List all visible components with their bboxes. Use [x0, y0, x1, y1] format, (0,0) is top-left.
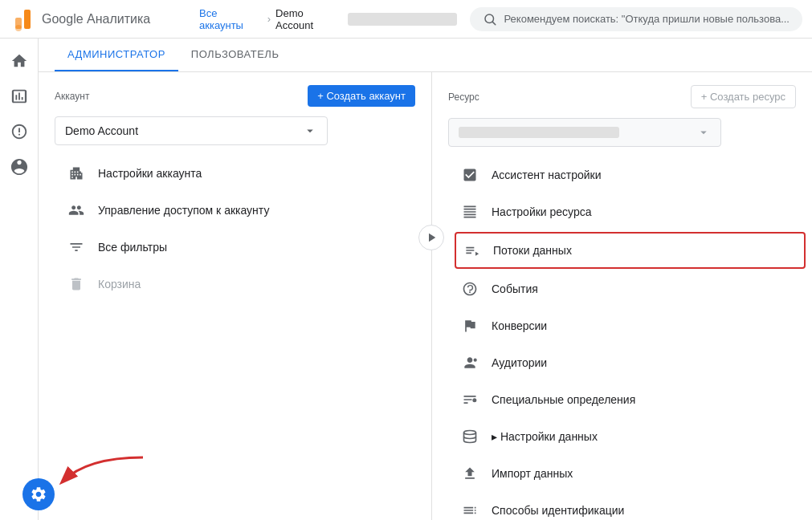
checklist-icon	[461, 166, 479, 184]
menu-item-setup-assistant-label: Ассистент настройки	[492, 169, 602, 181]
account-menu: Настройки аккаунта Управление доступом к…	[39, 155, 431, 303]
sidebar-icons	[0, 39, 39, 520]
explore-icon	[10, 123, 28, 140]
breadcrumb: Все аккаунты › Demo Account	[186, 7, 470, 31]
flag-icon	[461, 317, 479, 335]
menu-item-data-import[interactable]: Импорт данных	[432, 455, 812, 492]
people-icon	[67, 201, 85, 219]
menu-item-trash: Корзина	[39, 266, 431, 303]
reports-icon	[10, 87, 28, 105]
menu-item-data-import-label: Импорт данных	[492, 467, 573, 480]
filter-icon	[67, 238, 85, 256]
data-import-icon	[461, 465, 479, 482]
account-dropdown-value: Demo Account	[65, 124, 138, 137]
resource-col-header: Ресурс + Создать ресурс	[432, 72, 812, 115]
menu-item-all-filters[interactable]: Все фильтры	[39, 229, 431, 266]
svg-point-8	[464, 431, 476, 435]
account-label: Аккаунт	[55, 91, 89, 102]
menu-item-resource-settings[interactable]: Настройки ресурса	[432, 193, 812, 230]
menu-item-custom-definitions-label: Специальные определения	[492, 393, 635, 406]
column-arrow-connector	[418, 225, 444, 250]
menu-item-account-settings[interactable]: Настройки аккаунта	[39, 155, 431, 192]
svg-point-2	[15, 25, 22, 31]
svg-rect-0	[24, 10, 31, 29]
custom-def-icon	[461, 391, 479, 408]
breadcrumb-current: Demo Account	[275, 7, 341, 31]
identity-icon	[461, 502, 479, 519]
logo-area: Google Аналитика	[10, 6, 186, 32]
account-dropdown[interactable]: Demo Account	[55, 116, 328, 145]
search-bar[interactable]: Рекомендуем поискать: "Откуда пришли нов…	[470, 7, 802, 31]
resource-label: Ресурс	[448, 91, 479, 103]
resource-dropdown[interactable]	[448, 118, 721, 147]
table-icon	[461, 203, 479, 221]
trash-icon	[67, 275, 85, 293]
menu-item-resource-settings-label: Настройки ресурса	[492, 205, 592, 218]
sidebar-item-reports[interactable]	[3, 80, 35, 112]
tabs-bar: АДМИНИСТРАТОР ПОЛЬЗОВАТЕЛЬ	[39, 39, 812, 72]
resource-dropdown-blurred	[459, 127, 619, 138]
account-col-header: Аккаунт + Создать аккаунт	[39, 72, 431, 113]
create-resource-button[interactable]: + Создать ресурс	[691, 85, 796, 108]
breadcrumb-blurred	[348, 13, 457, 26]
menu-item-setup-assistant[interactable]: Ассистент настройки	[432, 156, 812, 193]
menu-item-account-settings-label: Настройки аккаунта	[98, 167, 202, 180]
menu-item-data-settings-label: ▸ Настройки данных	[492, 430, 598, 443]
menu-item-all-filters-label: Все фильтры	[98, 241, 167, 254]
menu-item-audiences-label: Аудитории	[492, 356, 547, 369]
home-icon	[10, 52, 28, 70]
menu-item-data-settings[interactable]: ▸ Настройки данных	[432, 418, 812, 455]
dropdown-arrow-icon	[303, 124, 317, 138]
breadcrumb-all[interactable]: Все аккаунты	[199, 7, 263, 31]
topbar: Google Аналитика Все аккаунты › Demo Acc…	[0, 0, 812, 39]
menu-item-identity-methods[interactable]: Способы идентификации	[432, 492, 812, 520]
building-icon	[67, 165, 85, 182]
advertising-icon	[10, 158, 28, 176]
sidebar-item-explore[interactable]	[3, 116, 35, 148]
sidebar-item-home[interactable]	[3, 45, 35, 77]
arrow-right-icon	[424, 230, 439, 245]
resource-column: Ресурс + Создать ресурс	[432, 72, 812, 520]
create-account-button[interactable]: + Создать аккаунт	[308, 85, 415, 107]
menu-item-trash-label: Корзина	[98, 278, 141, 290]
resource-dropdown-row	[432, 115, 812, 156]
account-column: Аккаунт + Создать аккаунт Demo Account	[39, 72, 432, 520]
menu-item-conversions[interactable]: Конверсии	[432, 307, 812, 344]
menu-item-access-management-label: Управление доступом к аккаунту	[98, 204, 269, 217]
account-dropdown-row: Demo Account	[39, 113, 431, 155]
menu-item-custom-definitions[interactable]: Специальные определения	[432, 381, 812, 418]
resource-dropdown-arrow-icon	[696, 125, 711, 140]
logo-text: Google Аналитика	[42, 12, 150, 26]
menu-item-events-label: События	[492, 282, 538, 295]
menu-item-data-streams-label: Потоки данных	[493, 244, 572, 257]
menu-item-conversions-label: Конверсии	[492, 319, 547, 332]
streams-icon	[463, 242, 480, 259]
search-icon	[483, 12, 497, 26]
data-settings-icon	[461, 428, 479, 445]
breadcrumb-sep: ›	[267, 13, 271, 25]
menu-item-data-streams[interactable]: Потоки данных	[455, 232, 806, 269]
menu-item-events[interactable]: События	[432, 270, 812, 307]
tab-admin[interactable]: АДМИНИСТРАТОР	[55, 39, 178, 71]
sidebar-item-advertising[interactable]	[3, 151, 35, 183]
audiences-icon	[461, 354, 479, 372]
menu-item-identity-methods-label: Способы идентификации	[492, 504, 624, 517]
menu-item-access-management[interactable]: Управление доступом к аккаунту	[39, 192, 431, 229]
ga-logo-icon	[10, 6, 35, 32]
admin-content: Аккаунт + Создать аккаунт Demo Account	[39, 72, 812, 520]
search-placeholder-text: Рекомендуем поискать: "Откуда пришли нов…	[504, 13, 790, 25]
resource-menu: Ассистент настройки Настройки ресурса	[432, 156, 812, 520]
tab-user[interactable]: ПОЛЬЗОВАТЕЛЬ	[178, 39, 292, 71]
svg-point-7	[472, 398, 476, 402]
menu-item-audiences[interactable]: Аудитории	[432, 344, 812, 381]
svg-point-6	[474, 359, 477, 362]
events-icon	[461, 280, 479, 298]
admin-area: АДМИНИСТРАТОР ПОЛЬЗОВАТЕЛЬ Аккаунт + Соз…	[39, 39, 812, 520]
svg-line-4	[493, 22, 496, 24]
